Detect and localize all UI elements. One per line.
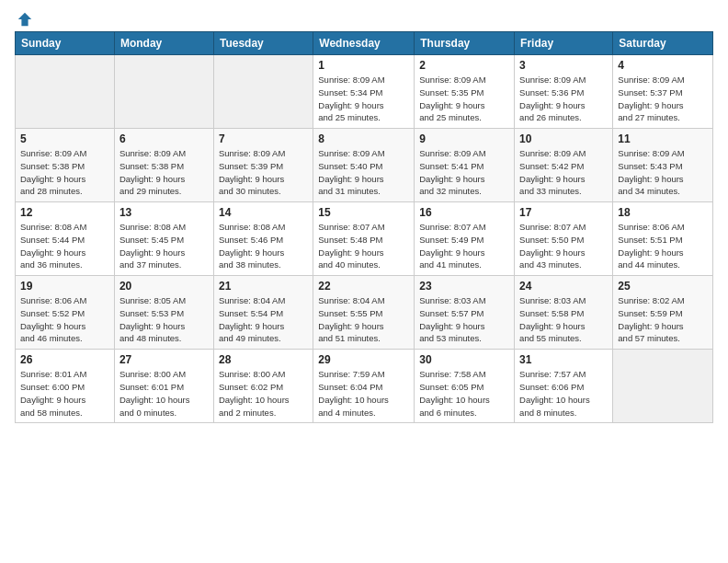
day-info: Sunrise: 8:04 AMSunset: 5:55 PMDaylight:… — [318, 294, 409, 345]
calendar-cell: 30Sunrise: 7:58 AMSunset: 6:05 PMDayligh… — [415, 350, 515, 423]
day-number: 4 — [618, 59, 708, 72]
calendar-cell: 16Sunrise: 8:07 AMSunset: 5:49 PMDayligh… — [415, 202, 515, 276]
day-number: 6 — [119, 132, 209, 145]
day-number: 26 — [20, 353, 109, 366]
day-number: 11 — [618, 132, 708, 145]
calendar-cell: 11Sunrise: 8:09 AMSunset: 5:43 PMDayligh… — [613, 129, 713, 202]
day-info: Sunrise: 8:03 AMSunset: 5:57 PMDaylight:… — [419, 294, 509, 345]
calendar-cell: 3Sunrise: 8:09 AMSunset: 5:36 PMDaylight… — [515, 55, 613, 129]
day-number: 17 — [519, 206, 608, 219]
day-number: 1 — [318, 59, 409, 72]
day-number: 13 — [119, 206, 209, 219]
day-info: Sunrise: 8:07 AMSunset: 5:48 PMDaylight:… — [318, 221, 409, 271]
day-number: 23 — [419, 280, 509, 293]
calendar-cell: 22Sunrise: 8:04 AMSunset: 5:55 PMDayligh… — [313, 276, 415, 350]
calendar-table: SundayMondayTuesdayWednesdayThursdayFrid… — [15, 31, 713, 423]
day-number: 12 — [20, 206, 109, 219]
day-info: Sunrise: 8:03 AMSunset: 5:58 PMDaylight:… — [519, 294, 608, 345]
day-info: Sunrise: 8:09 AMSunset: 5:35 PMDaylight:… — [419, 74, 509, 124]
day-info: Sunrise: 8:00 AMSunset: 6:01 PMDaylight:… — [119, 368, 209, 419]
day-number: 3 — [519, 59, 608, 72]
day-number: 22 — [318, 280, 409, 293]
day-info: Sunrise: 8:09 AMSunset: 5:42 PMDaylight:… — [519, 147, 608, 198]
header — [15, 11, 713, 24]
day-number: 8 — [318, 132, 409, 145]
day-info: Sunrise: 8:09 AMSunset: 5:43 PMDaylight:… — [618, 147, 708, 198]
calendar-cell: 15Sunrise: 8:07 AMSunset: 5:48 PMDayligh… — [313, 202, 415, 276]
calendar-cell: 20Sunrise: 8:05 AMSunset: 5:53 PMDayligh… — [114, 276, 213, 350]
calendar-cell: 25Sunrise: 8:02 AMSunset: 5:59 PMDayligh… — [613, 276, 713, 350]
day-number: 27 — [119, 353, 209, 366]
calendar-cell: 21Sunrise: 8:04 AMSunset: 5:54 PMDayligh… — [213, 276, 313, 350]
calendar-cell: 18Sunrise: 8:06 AMSunset: 5:51 PMDayligh… — [613, 202, 713, 276]
day-info: Sunrise: 8:09 AMSunset: 5:34 PMDaylight:… — [318, 74, 409, 124]
day-info: Sunrise: 8:07 AMSunset: 5:49 PMDaylight:… — [419, 221, 509, 271]
svg-marker-0 — [18, 13, 31, 26]
day-info: Sunrise: 8:09 AMSunset: 5:39 PMDaylight:… — [219, 147, 308, 198]
day-header: Monday — [114, 32, 213, 55]
day-info: Sunrise: 8:00 AMSunset: 6:02 PMDaylight:… — [219, 368, 308, 419]
day-info: Sunrise: 7:58 AMSunset: 6:05 PMDaylight:… — [419, 368, 509, 419]
calendar-cell: 13Sunrise: 8:08 AMSunset: 5:45 PMDayligh… — [114, 202, 213, 276]
day-number: 21 — [219, 280, 308, 293]
day-info: Sunrise: 8:09 AMSunset: 5:40 PMDaylight:… — [318, 147, 409, 198]
day-info: Sunrise: 8:08 AMSunset: 5:44 PMDaylight:… — [20, 221, 109, 271]
day-info: Sunrise: 8:09 AMSunset: 5:37 PMDaylight:… — [618, 74, 708, 124]
day-number: 16 — [419, 206, 509, 219]
logo — [15, 11, 33, 24]
calendar-week-row: 12Sunrise: 8:08 AMSunset: 5:44 PMDayligh… — [16, 202, 713, 276]
day-header: Friday — [515, 32, 613, 55]
day-info: Sunrise: 7:59 AMSunset: 6:04 PMDaylight:… — [318, 368, 409, 419]
calendar-cell: 5Sunrise: 8:09 AMSunset: 5:38 PMDaylight… — [16, 129, 115, 202]
day-number: 2 — [419, 59, 509, 72]
calendar-week-row: 1Sunrise: 8:09 AMSunset: 5:34 PMDaylight… — [16, 55, 713, 129]
day-number: 25 — [618, 280, 708, 293]
day-number: 5 — [20, 132, 109, 145]
calendar-cell: 7Sunrise: 8:09 AMSunset: 5:39 PMDaylight… — [213, 129, 313, 202]
day-info: Sunrise: 8:09 AMSunset: 5:41 PMDaylight:… — [419, 147, 509, 198]
calendar-week-row: 26Sunrise: 8:01 AMSunset: 6:00 PMDayligh… — [16, 350, 713, 423]
day-info: Sunrise: 8:05 AMSunset: 5:53 PMDaylight:… — [119, 294, 209, 345]
day-info: Sunrise: 8:06 AMSunset: 5:51 PMDaylight:… — [618, 221, 708, 271]
calendar-cell: 29Sunrise: 7:59 AMSunset: 6:04 PMDayligh… — [313, 350, 415, 423]
day-number: 10 — [519, 132, 608, 145]
calendar-cell: 23Sunrise: 8:03 AMSunset: 5:57 PMDayligh… — [415, 276, 515, 350]
page: SundayMondayTuesdayWednesdayThursdayFrid… — [0, 0, 728, 563]
calendar-cell: 4Sunrise: 8:09 AMSunset: 5:37 PMDaylight… — [613, 55, 713, 129]
calendar-cell: 26Sunrise: 8:01 AMSunset: 6:00 PMDayligh… — [16, 350, 115, 423]
day-number: 20 — [119, 280, 209, 293]
calendar-cell: 8Sunrise: 8:09 AMSunset: 5:40 PMDaylight… — [313, 129, 415, 202]
day-info: Sunrise: 8:06 AMSunset: 5:52 PMDaylight:… — [20, 294, 109, 345]
calendar-cell: 19Sunrise: 8:06 AMSunset: 5:52 PMDayligh… — [16, 276, 115, 350]
day-number: 14 — [219, 206, 308, 219]
day-number: 24 — [519, 280, 608, 293]
calendar-cell: 2Sunrise: 8:09 AMSunset: 5:35 PMDaylight… — [415, 55, 515, 129]
calendar-cell — [16, 55, 115, 129]
day-header: Saturday — [613, 32, 713, 55]
day-info: Sunrise: 8:09 AMSunset: 5:38 PMDaylight:… — [20, 147, 109, 198]
calendar-cell — [613, 350, 713, 423]
logo-text — [15, 11, 33, 28]
calendar-cell: 31Sunrise: 7:57 AMSunset: 6:06 PMDayligh… — [515, 350, 613, 423]
calendar-cell: 1Sunrise: 8:09 AMSunset: 5:34 PMDaylight… — [313, 55, 415, 129]
day-number: 28 — [219, 353, 308, 366]
calendar-cell: 9Sunrise: 8:09 AMSunset: 5:41 PMDaylight… — [415, 129, 515, 202]
calendar-cell: 27Sunrise: 8:00 AMSunset: 6:01 PMDayligh… — [114, 350, 213, 423]
calendar-cell — [114, 55, 213, 129]
day-header: Tuesday — [213, 32, 313, 55]
day-header: Sunday — [16, 32, 115, 55]
calendar-cell: 6Sunrise: 8:09 AMSunset: 5:38 PMDaylight… — [114, 129, 213, 202]
calendar-cell: 10Sunrise: 8:09 AMSunset: 5:42 PMDayligh… — [515, 129, 613, 202]
calendar-week-row: 19Sunrise: 8:06 AMSunset: 5:52 PMDayligh… — [16, 276, 713, 350]
day-number: 15 — [318, 206, 409, 219]
calendar-week-row: 5Sunrise: 8:09 AMSunset: 5:38 PMDaylight… — [16, 129, 713, 202]
day-header: Wednesday — [313, 32, 415, 55]
day-info: Sunrise: 8:09 AMSunset: 5:36 PMDaylight:… — [519, 74, 608, 124]
calendar-cell: 17Sunrise: 8:07 AMSunset: 5:50 PMDayligh… — [515, 202, 613, 276]
day-info: Sunrise: 8:02 AMSunset: 5:59 PMDaylight:… — [618, 294, 708, 345]
day-number: 19 — [20, 280, 109, 293]
day-number: 29 — [318, 353, 409, 366]
calendar-cell: 14Sunrise: 8:08 AMSunset: 5:46 PMDayligh… — [213, 202, 313, 276]
day-info: Sunrise: 8:08 AMSunset: 5:46 PMDaylight:… — [219, 221, 308, 271]
logo-icon — [17, 11, 33, 28]
